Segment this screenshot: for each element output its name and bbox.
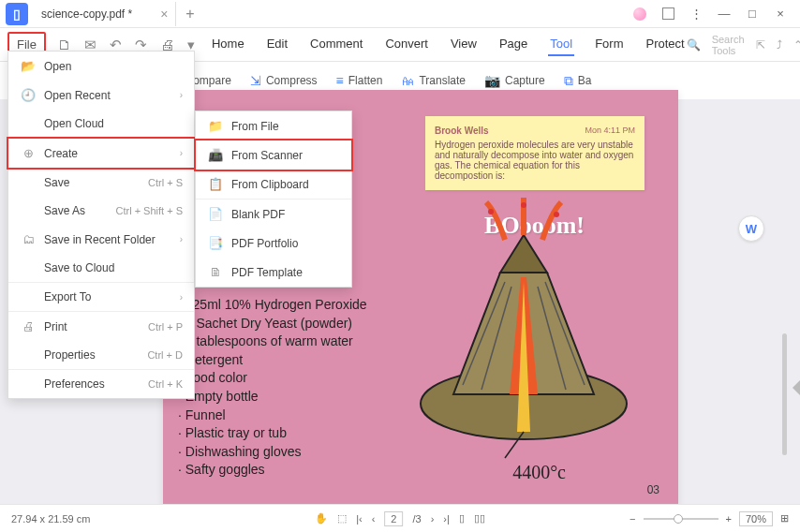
list-item: Funnel [178, 406, 367, 425]
menu-create[interactable]: ⊕Create› [7, 137, 196, 170]
zoom-value[interactable]: 70% [739, 511, 773, 526]
tool-compress[interactable]: ⇲Compress [244, 69, 323, 92]
add-tab-icon[interactable]: + [185, 6, 194, 22]
caret-icon[interactable]: ⌃ [793, 38, 800, 52]
create-submenu: 📁From File 📠From Scanner 📋From Clipboard… [195, 111, 352, 288]
svg-point-3 [521, 202, 526, 208]
file-dropdown: 📂Open 🕘Open Recent› Open Cloud ⊕Create› … [7, 51, 195, 399]
submenu-pdf-template[interactable]: 🗎PDF Template [196, 258, 351, 287]
zoom-out-icon[interactable]: − [630, 513, 635, 525]
zoom-slider[interactable] [644, 518, 719, 520]
list-item: Detergent [178, 351, 367, 370]
minimize-button[interactable]: — [712, 2, 736, 26]
zoom-in-icon[interactable]: + [726, 513, 732, 525]
tool-translate[interactable]: 🗛Translate [395, 69, 471, 92]
menu-properties[interactable]: PropertiesCtrl + D [8, 341, 194, 369]
avatar-dot[interactable] [628, 2, 652, 26]
menu-preferences[interactable]: PreferencesCtrl + K [8, 370, 194, 398]
list-item: 4 tablespoons of warm water [178, 332, 367, 351]
list-item: Empty bottle [178, 388, 367, 406]
document-tab[interactable]: science-copy.pdf * × [34, 2, 176, 26]
tool-capture[interactable]: 📷Capture [479, 69, 551, 92]
submenu-from-file[interactable]: 📁From File [196, 111, 351, 140]
menu-save-cloud[interactable]: Save to Cloud [8, 254, 194, 282]
note-body: Hydrogen peroxide molecules are very uns… [435, 140, 635, 181]
current-page-field[interactable]: 2 [384, 511, 403, 526]
list-item: Safty goggles [178, 461, 367, 480]
search-tools-input[interactable]: Search Tools [712, 34, 745, 56]
list-item: 1 Sachet Dry Yeast (powder) [178, 315, 367, 333]
menu-open[interactable]: 📂Open [8, 52, 194, 81]
maximize-button[interactable]: □ [740, 2, 764, 26]
word-badge-icon[interactable]: W [738, 215, 764, 242]
total-pages: /3 [412, 513, 421, 525]
expand-right-icon[interactable] [793, 380, 800, 395]
menu-save[interactable]: SaveCtrl + S [8, 169, 194, 197]
note-author: Brook Wells [435, 126, 489, 136]
list-item: Food color [178, 369, 367, 388]
submenu-pdf-portfolio[interactable]: 📑PDF Portfolio [196, 229, 351, 258]
titlebar: ▯ science-copy.pdf * × + ⋮ — □ × [0, 0, 800, 28]
menu-open-cloud[interactable]: Open Cloud [8, 110, 194, 138]
statusbar: 27.94 x 21.59 cm ✋ ⬚ |‹ ‹ 2 /3 › ›| ▯ ▯▯… [0, 504, 800, 532]
last-page-icon[interactable]: ›| [443, 513, 450, 525]
menu-print[interactable]: 🖨PrintCtrl + P [8, 312, 194, 341]
tool-batch[interactable]: ⧉Ba [558, 69, 598, 93]
svg-point-1 [488, 209, 494, 214]
next-page-icon[interactable]: › [431, 513, 435, 525]
page-dimensions: 27.94 x 21.59 cm [11, 513, 90, 525]
volcano-illustration [407, 198, 641, 460]
close-tab-icon[interactable]: × [160, 7, 168, 22]
tab-protect[interactable]: Protect [644, 33, 686, 56]
tab-page[interactable]: Page [497, 33, 529, 56]
tab-tool[interactable]: Tool [548, 33, 574, 56]
scrollbar[interactable] [782, 333, 787, 455]
tab-view[interactable]: View [449, 33, 479, 56]
ingredients-list: 125ml 10% Hydrogen Peroxide 1 Sachet Dry… [178, 296, 367, 480]
tab-comment[interactable]: Comment [308, 33, 364, 56]
list-item: Plastic tray or tub [178, 424, 367, 443]
upload-icon[interactable]: ⤴ [777, 38, 782, 52]
submenu-blank-pdf[interactable]: 📄Blank PDF [196, 200, 351, 229]
temperature-label: 4400°c [512, 462, 566, 483]
note-time: Mon 4:11 PM [585, 126, 635, 136]
menu-open-recent[interactable]: 🕘Open Recent› [8, 81, 194, 110]
close-button[interactable]: × [768, 2, 793, 26]
menu-export-to[interactable]: Export To› [8, 283, 194, 311]
prev-page-icon[interactable]: ‹ [372, 513, 376, 525]
hand-tool-icon[interactable]: ✋ [315, 512, 328, 525]
search-icon[interactable]: 🔍 [687, 38, 701, 52]
kebab-icon[interactable]: ⋮ [684, 2, 708, 26]
svg-point-2 [554, 212, 559, 217]
page-number: 03 [647, 483, 659, 496]
menu-save-recent-folder[interactable]: 🗂Save in Recent Folder› [8, 225, 194, 254]
tab-edit[interactable]: Edit [265, 33, 289, 56]
app-btn[interactable] [656, 2, 680, 26]
select-tool-icon[interactable]: ⬚ [337, 512, 347, 525]
tab-form[interactable]: Form [593, 33, 625, 56]
tab-home[interactable]: Home [210, 33, 246, 56]
tab-convert[interactable]: Convert [383, 33, 430, 56]
list-item: Dishwashing gloves [178, 443, 367, 462]
app-icon: ▯ [6, 3, 28, 25]
sticky-note[interactable]: Brook Wells Mon 4:11 PM Hydrogen peroxid… [425, 116, 644, 190]
first-page-icon[interactable]: |‹ [356, 513, 363, 525]
single-page-icon[interactable]: ▯ [459, 512, 465, 525]
menu-save-as[interactable]: Save AsCtrl + Shift + S [8, 197, 194, 225]
fit-icon[interactable]: ⊞ [780, 512, 789, 525]
list-item: 125ml 10% Hydrogen Peroxide [178, 296, 367, 315]
two-page-icon[interactable]: ▯▯ [474, 512, 485, 525]
tool-flatten[interactable]: ≡Flatten [331, 69, 389, 92]
tab-title: science-copy.pdf * [41, 7, 132, 21]
submenu-from-scanner[interactable]: 📠From Scanner [194, 139, 353, 171]
share-icon[interactable]: ⇱ [756, 38, 765, 52]
submenu-from-clipboard[interactable]: 📋From Clipboard [196, 170, 351, 199]
